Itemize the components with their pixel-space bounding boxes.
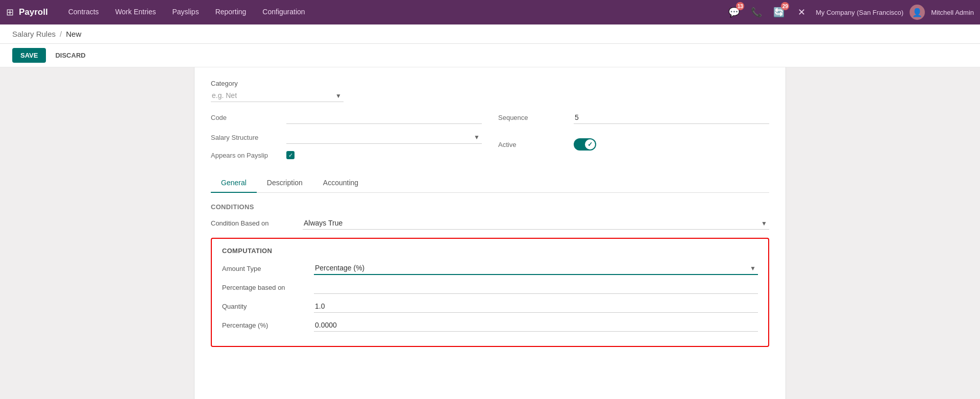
sequence-row: Sequence bbox=[498, 111, 769, 124]
percentage-based-on-input[interactable] bbox=[314, 281, 758, 294]
quantity-input[interactable] bbox=[314, 300, 758, 313]
tabs-bar: General Description Accounting bbox=[211, 173, 769, 193]
amount-type-wrapper: Fixed Amount Percentage (%) Python Code … bbox=[314, 262, 758, 275]
activity-button[interactable]: 🔄 29 bbox=[771, 4, 787, 20]
top-navigation: ⊞ Payroll Contracts Work Entries Payslip… bbox=[0, 0, 980, 24]
close-button[interactable]: ✕ bbox=[793, 4, 810, 20]
menu-item-contracts[interactable]: Contracts bbox=[60, 0, 107, 24]
form-card: Category e.g. Net Basic Net Gross ▼ Code bbox=[194, 67, 786, 399]
topnav-actions: 💬 13 📞 🔄 29 ✕ My Company (San Francisco)… bbox=[726, 4, 974, 20]
code-input[interactable] bbox=[286, 111, 482, 124]
form-right-col: Sequence Active bbox=[498, 111, 769, 166]
appears-on-payslip-checkbox[interactable] bbox=[286, 151, 295, 159]
condition-based-on-label: Condition Based on bbox=[211, 219, 303, 227]
condition-based-on-select[interactable]: Always True Range Python Expression bbox=[303, 217, 769, 230]
salary-structure-row: Salary Structure ▼ bbox=[211, 131, 482, 144]
active-row: Active bbox=[498, 138, 769, 151]
avatar[interactable]: 👤 bbox=[910, 5, 925, 20]
percentage-based-on-label: Percentage based on bbox=[222, 284, 314, 291]
salary-structure-select[interactable] bbox=[286, 131, 482, 143]
action-bar: SAVE DISCARD bbox=[0, 44, 980, 67]
appears-on-payslip-label: Appears on Payslip bbox=[211, 152, 282, 159]
activity-badge: 29 bbox=[781, 2, 789, 10]
page-content: Category e.g. Net Basic Net Gross ▼ Code bbox=[0, 67, 980, 399]
category-label: Category bbox=[211, 80, 769, 87]
amount-type-row: Amount Type Fixed Amount Percentage (%) … bbox=[222, 262, 758, 275]
main-content: Category e.g. Net Basic Net Gross ▼ Code bbox=[0, 67, 980, 399]
tab-general[interactable]: General bbox=[211, 173, 257, 193]
salary-structure-wrapper: ▼ bbox=[286, 131, 482, 144]
salary-structure-label: Salary Structure bbox=[211, 134, 282, 141]
code-label: Code bbox=[211, 114, 282, 121]
tab-accounting[interactable]: Accounting bbox=[313, 173, 369, 193]
top-menu: Contracts Work Entries Payslips Reportin… bbox=[60, 0, 726, 24]
conditions-section: Conditions Condition Based on Always Tru… bbox=[211, 203, 769, 230]
category-section: Category e.g. Net Basic Net Gross ▼ bbox=[211, 80, 769, 102]
company-name: My Company (San Francisco) bbox=[816, 9, 903, 16]
toggle-knob bbox=[585, 139, 595, 149]
active-label: Active bbox=[498, 141, 570, 148]
discard-button[interactable]: DISCARD bbox=[50, 48, 90, 63]
notifications-badge: 13 bbox=[736, 2, 744, 10]
breadcrumb: Salary Rules / New bbox=[0, 24, 980, 44]
condition-based-on-wrapper: Always True Range Python Expression ▼ bbox=[303, 217, 769, 230]
code-row: Code bbox=[211, 111, 482, 124]
computation-section-title: Computation bbox=[222, 247, 758, 255]
save-button[interactable]: SAVE bbox=[12, 48, 46, 63]
appears-on-payslip-row: Appears on Payslip bbox=[211, 151, 482, 159]
menu-item-reporting[interactable]: Reporting bbox=[207, 0, 255, 24]
computation-box: Computation Amount Type Fixed Amount Per… bbox=[211, 238, 769, 347]
conditions-section-title: Conditions bbox=[211, 203, 769, 211]
percentage-label: Percentage (%) bbox=[222, 321, 314, 329]
form-two-col: Code Salary Structure ▼ Appears on Paysl bbox=[211, 111, 769, 166]
sequence-input[interactable] bbox=[574, 111, 769, 124]
tab-description[interactable]: Description bbox=[257, 173, 313, 193]
menu-item-payslips[interactable]: Payslips bbox=[164, 0, 207, 24]
amount-type-select[interactable]: Fixed Amount Percentage (%) Python Code … bbox=[314, 262, 758, 275]
breadcrumb-separator: / bbox=[60, 30, 62, 38]
form-left-col: Code Salary Structure ▼ Appears on Paysl bbox=[211, 111, 482, 166]
active-toggle[interactable] bbox=[574, 138, 596, 151]
quantity-row: Quantity bbox=[222, 300, 758, 313]
percentage-based-on-row: Percentage based on bbox=[222, 281, 758, 294]
breadcrumb-parent[interactable]: Salary Rules bbox=[12, 30, 56, 38]
sequence-label: Sequence bbox=[498, 114, 570, 121]
amount-type-label: Amount Type bbox=[222, 265, 314, 272]
phone-button[interactable]: 📞 bbox=[748, 4, 765, 20]
percentage-row: Percentage (%) bbox=[222, 319, 758, 332]
quantity-label: Quantity bbox=[222, 303, 314, 310]
category-select-wrapper: e.g. Net Basic Net Gross ▼ bbox=[211, 89, 344, 102]
breadcrumb-current: New bbox=[66, 30, 81, 38]
username: Mitchell Admin bbox=[931, 9, 974, 16]
grid-icon[interactable]: ⊞ bbox=[6, 7, 14, 18]
notifications-button[interactable]: 💬 13 bbox=[726, 4, 742, 20]
menu-item-work-entries[interactable]: Work Entries bbox=[107, 0, 164, 24]
category-select[interactable]: e.g. Net Basic Net Gross bbox=[211, 89, 344, 102]
condition-based-on-row: Condition Based on Always True Range Pyt… bbox=[211, 217, 769, 230]
app-brand[interactable]: Payroll bbox=[19, 7, 48, 17]
menu-item-configuration[interactable]: Configuration bbox=[254, 0, 313, 24]
percentage-input[interactable] bbox=[314, 319, 758, 332]
